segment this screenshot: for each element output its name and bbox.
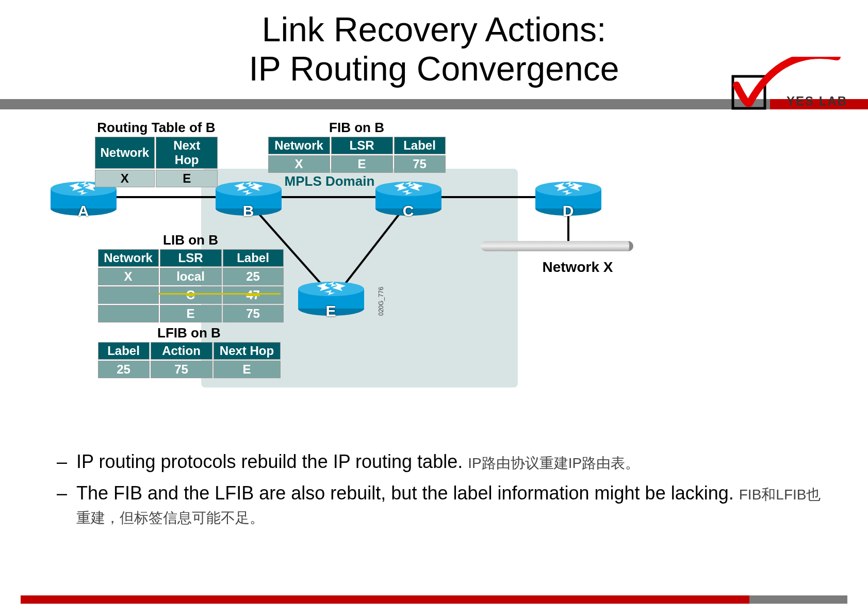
routing-table-b: Routing Table of B Network Next Hop X E (94, 120, 219, 188)
table-row: X local 25 (98, 268, 284, 285)
bullet-en: IP routing protocols rebuild the IP rout… (76, 451, 463, 472)
cell: 75 (223, 305, 284, 322)
cell: 25 (223, 268, 284, 285)
network-diagram: MPLS Domain A B C D E (27, 120, 842, 440)
col-label: Label (394, 137, 446, 154)
fib-on-b-title: FIB on B (267, 120, 447, 136)
cell: X (95, 170, 155, 187)
col-network: Network (98, 249, 159, 267)
title-line2: IP Routing Convergence (249, 50, 619, 88)
router-e: E (296, 278, 366, 317)
yeslab-logo: YES LAB (718, 57, 847, 108)
router-d-label: D (533, 202, 603, 220)
network-x-label: Network X (543, 259, 613, 276)
cell: E (160, 305, 222, 322)
col-network: Network (95, 137, 155, 169)
router-a-label: A (48, 202, 119, 220)
table-row: X E (95, 170, 218, 187)
logo-text: YES LAB (787, 94, 847, 108)
col-lsr: LSR (160, 249, 222, 267)
table-row: E 75 (98, 305, 284, 322)
cell: C (160, 286, 222, 304)
lib-on-b-title: LIB on B (97, 232, 285, 248)
cell: X (98, 268, 159, 285)
router-d: D (533, 177, 603, 217)
footer-divider (0, 595, 868, 604)
cell: 75 (151, 361, 212, 378)
strike-line-icon (159, 293, 281, 295)
dash-icon: – (57, 481, 67, 528)
cell: X (268, 155, 330, 173)
router-b-label: B (214, 202, 284, 220)
table-header-row: Label Action Next Hop (98, 342, 281, 360)
col-network: Network (268, 137, 330, 154)
col-label: Label (223, 249, 284, 267)
fib-on-b: FIB on B Network LSR Label X E 75 (267, 120, 447, 174)
cell: 25 (98, 361, 150, 378)
col-nexthop: Next Hop (156, 137, 218, 169)
bullet-item: – IP routing protocols rebuild the IP ro… (57, 450, 822, 473)
cell (98, 305, 159, 322)
bullet-zh: IP路由协议重建IP路由表。 (468, 455, 640, 471)
routing-table-b-title: Routing Table of B (94, 120, 219, 136)
col-lsr: LSR (331, 137, 393, 154)
table-row: 25 75 E (98, 361, 281, 378)
lfib-on-b: LFIB on B Label Action Next Hop 25 75 E (97, 325, 282, 379)
router-b: B (214, 177, 284, 217)
bullet-list: – IP routing protocols rebuild the IP ro… (57, 450, 822, 528)
table-header-row: Network LSR Label (268, 137, 446, 154)
bullet-en: The FIB and the LFIB are also rebuilt, b… (76, 482, 734, 504)
col-label: Label (98, 342, 150, 360)
cell (98, 286, 159, 304)
router-c-label: C (373, 202, 444, 220)
lib-on-b: LIB on B Network LSR Label X local 25 C … (97, 232, 285, 324)
table-header-row: Network LSR Label (98, 249, 284, 267)
router-e-label: E (296, 302, 366, 320)
cell: E (214, 361, 281, 378)
col-nexthop: Next Hop (214, 342, 281, 360)
dash-icon: – (57, 450, 67, 473)
bullet-item: – The FIB and the LFIB are also rebuilt,… (57, 481, 822, 528)
table-row-struck: C 47 (98, 286, 284, 304)
table-row: X E 75 (268, 155, 446, 173)
table-header-row: Network Next Hop (95, 137, 218, 169)
lfib-on-b-title: LFIB on B (97, 325, 282, 341)
cell: 75 (394, 155, 446, 173)
cell: 47 (223, 286, 284, 304)
cell: E (331, 155, 393, 173)
network-bus (481, 241, 633, 251)
image-ref-id: 020G_776 (378, 287, 385, 316)
cell: local (160, 268, 222, 285)
router-c: C (373, 177, 444, 217)
col-action: Action (151, 342, 212, 360)
title-line1: Link Recovery Actions: (262, 10, 607, 49)
cell: E (156, 170, 218, 187)
